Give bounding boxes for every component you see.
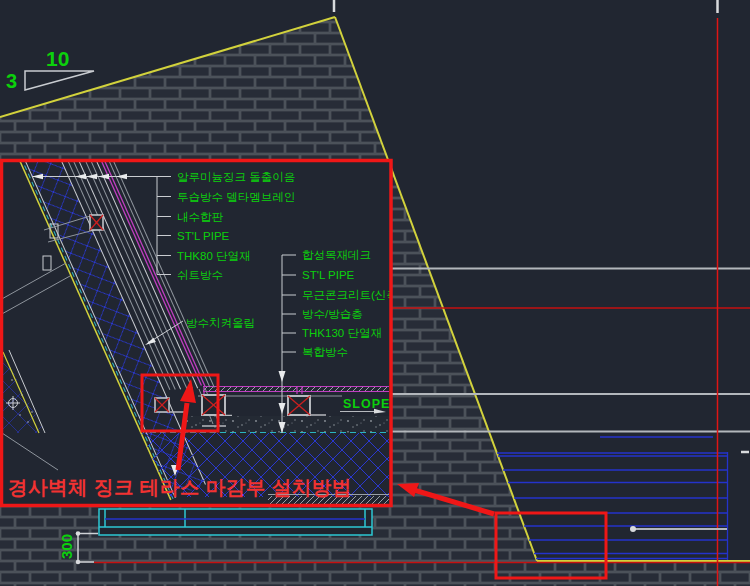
terrace-layer-label: 합성목재데크 [302, 249, 371, 261]
dimension-300-value: 300 [58, 534, 75, 559]
terrace-layer-label: 방수/방습층 [302, 308, 363, 320]
slope-run-value: 10 [46, 47, 69, 70]
slope-label: SLOPE [343, 397, 390, 411]
terrace-layer-label: 복합방수 [302, 346, 348, 358]
detail-title: 경사벽체 징크 테라스 마감부 설치방법 [8, 476, 352, 498]
terrace-layer-label: THK130 단열재 [302, 327, 382, 339]
wall-layer-label: 쉬트방수 [177, 269, 223, 281]
cad-viewport: 300 10 3 [0, 0, 750, 586]
wall-layer-label: THK80 단열재 [177, 250, 251, 262]
cad-drawing: 300 10 3 [0, 0, 750, 586]
wall-layer-label: ST'L PIPE [177, 230, 230, 242]
wall-layer-label: 알루미늄징크 돌출이음 [177, 171, 295, 183]
terrace-layer-label: ST'L PIPE [302, 269, 355, 281]
wall-layer-label: 투습방수 델타멤브레인 [177, 191, 295, 203]
waterproofing-upturn-label: 방수치켜올림 [186, 317, 255, 329]
wall-layer-label: 내수합판 [177, 211, 224, 223]
detail-view: 알루미늄징크 돌출이음 투습방수 델타멤브레인 내수합판 ST'L PIPE T… [0, 115, 398, 505]
terrace-layer-label: 무근콘크리트(신축 [302, 289, 398, 301]
terrace-slab-band [99, 509, 372, 535]
slope-rise-value: 3 [6, 70, 17, 92]
